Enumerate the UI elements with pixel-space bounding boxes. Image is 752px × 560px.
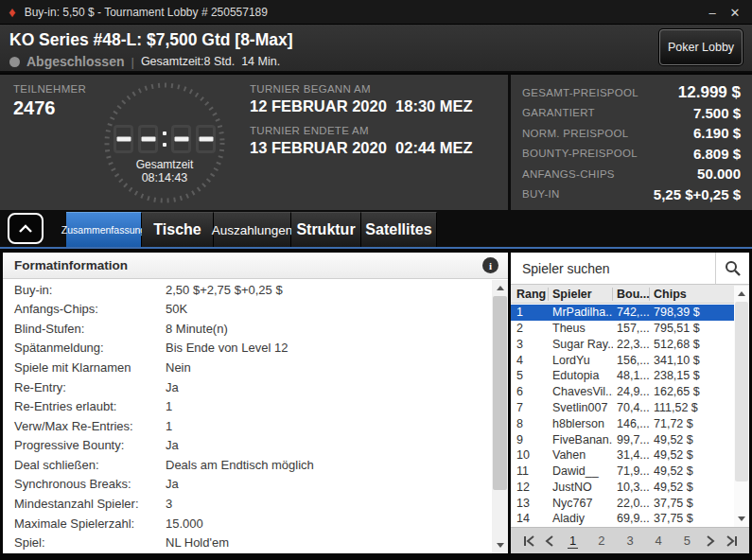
player-name: Edutopia	[549, 369, 613, 382]
status-separator: |	[131, 55, 133, 69]
scroll-down-icon[interactable]	[734, 511, 749, 527]
info-icon[interactable]: i	[482, 257, 498, 273]
format-row-label: Spiele mit Klarnamen	[14, 360, 166, 375]
column-chips[interactable]: Chips	[650, 288, 734, 301]
players-scrollbar[interactable]	[734, 286, 749, 527]
collapse-button[interactable]	[8, 213, 44, 244]
clock-total-time: 08:14:43	[102, 171, 227, 184]
start-date-label: TURNIER BEGANN AM	[250, 83, 473, 95]
minimize-button[interactable]: –	[701, 2, 724, 23]
format-row-label: Spiel:	[14, 535, 166, 550]
player-name: JustNO	[549, 481, 613, 494]
player-search-input[interactable]	[511, 253, 715, 284]
table-row[interactable]: 4 LordYu 156,... 341,10 $	[511, 352, 734, 368]
poker-lobby-button[interactable]: Poker Lobby	[659, 29, 743, 65]
column-spieler[interactable]: Spieler	[549, 288, 613, 301]
search-button[interactable]	[715, 253, 749, 284]
page-number[interactable]: 3	[624, 534, 635, 549]
player-bounty: 48,1...	[613, 369, 650, 382]
format-row: Verw/Max Re-Entries: 1	[14, 416, 492, 436]
page-number[interactable]: 2	[596, 534, 606, 549]
page-number[interactable]: 5	[682, 534, 692, 549]
page-number[interactable]: 4	[654, 534, 664, 549]
scroll-down-icon[interactable]	[492, 537, 508, 553]
table-row[interactable]: 1 MrPadilha... 742,... 798,39 $	[511, 305, 734, 321]
player-name: Nyc767	[549, 497, 613, 510]
format-row: Synchronous Breaks: Ja	[14, 475, 492, 495]
last-page-button[interactable]	[721, 531, 742, 551]
player-rank: 1	[511, 306, 549, 319]
player-rank: 14	[511, 512, 549, 525]
scrollbar-thumb[interactable]	[735, 302, 748, 481]
clock-colon	[163, 131, 166, 147]
status-line: Abgeschlossen | Gesamtzeit:8 Std. 14 Min…	[9, 54, 280, 69]
format-row: Blind-Stufen: 8 Minute(n)	[14, 319, 492, 339]
scrollbar-thumb[interactable]	[493, 296, 507, 490]
player-bounty: 156,...	[613, 354, 650, 367]
tab-auszahlungen[interactable]: Auszahlungen	[214, 212, 291, 247]
player-rank: 2	[511, 322, 549, 335]
tab-satellites[interactable]: Satellites	[361, 212, 437, 247]
column-rank[interactable]: Rang	[511, 288, 549, 301]
player-bounty: 24,9...	[613, 385, 650, 398]
tab-zusammenfassung[interactable]: Zusammenfassung	[66, 212, 142, 247]
title-bar: ♦ Buy-in: 5,50 $ - Tournament Lobby # 25…	[0, 0, 752, 25]
tournament-clock: Gesamtzeit 08:14:43	[102, 80, 227, 205]
format-row-label: Deal schließen:	[14, 458, 166, 472]
table-row[interactable]: 6 ChavesVil... 24,9... 162,65 $	[511, 384, 734, 400]
prev-page-button[interactable]	[539, 531, 560, 551]
player-rank: 12	[511, 481, 549, 494]
next-page-button[interactable]	[700, 531, 721, 551]
clock-digit	[196, 125, 216, 153]
table-row[interactable]: 8 h8blerson 146,... 71,72 $	[511, 415, 734, 431]
scroll-up-icon[interactable]	[492, 280, 508, 296]
stat-label: BUY-IN	[522, 188, 560, 200]
table-row[interactable]: 3 Sugar Ray... 22,3... 512,68 $	[511, 337, 734, 353]
players-table-header: Rang Spieler Bou... Chips	[511, 285, 749, 304]
first-page-button[interactable]	[518, 531, 539, 551]
player-chips: 341,10 $	[650, 354, 734, 367]
window-controls: – ✕	[701, 0, 746, 25]
table-row[interactable]: 10 Vahen 31,4... 49,52 $	[511, 447, 734, 464]
column-bounty[interactable]: Bou...	[613, 288, 650, 301]
stat-label: NORM. PREISPOOL	[522, 128, 629, 139]
page-numbers: 12345	[560, 534, 700, 549]
tab-struktur[interactable]: Struktur	[291, 212, 361, 247]
format-row: Spiel: NL Hold'em	[14, 533, 492, 552]
player-name: Vahen	[549, 448, 613, 462]
player-chips: 37,75 $	[650, 512, 734, 525]
stat-value: 6.809 $	[693, 146, 741, 162]
stat-row: ANFANGS-CHIPS 50.000	[522, 164, 741, 184]
table-row[interactable]: 13 Nyc767 22,0... 37,75 $	[511, 495, 734, 511]
player-bounty: 146,...	[613, 417, 650, 430]
page-number[interactable]: 1	[568, 534, 578, 549]
chevron-left-icon	[544, 534, 555, 548]
format-scrollbar[interactable]	[492, 280, 508, 553]
player-bounty: 22,0...	[613, 497, 650, 510]
table-row[interactable]: 12 JustNO 10,3... 49,52 $	[511, 479, 734, 495]
pagination-bar: 12345	[511, 527, 749, 553]
clock-digit	[171, 125, 191, 153]
player-name: h8blerson	[549, 417, 613, 430]
scroll-up-icon[interactable]	[734, 286, 749, 302]
table-row[interactable]: 14 Aladiy 69,9... 37,75 $	[511, 511, 734, 527]
format-row-value: Ja	[166, 477, 179, 491]
player-name: Dawid__	[549, 464, 613, 478]
search-icon	[725, 260, 741, 276]
close-button[interactable]: ✕	[724, 2, 746, 23]
tournament-title: KO Series #48-L: $7,500 Gtd [8-Max]	[9, 30, 293, 50]
player-chips: 71,72 $	[650, 417, 734, 430]
tabs: Zusammenfassung Tische Auszahlungen Stru…	[66, 212, 437, 247]
table-row[interactable]: 11 Dawid__ 71,9... 49,52 $	[511, 464, 734, 480]
player-bounty: 70,4...	[613, 401, 650, 414]
table-row[interactable]: 9 FiveBanan... 99,7... 49,52 $	[511, 431, 734, 447]
player-rank: 4	[511, 354, 549, 367]
tab-tische[interactable]: Tische	[142, 212, 214, 247]
table-row[interactable]: 7 Svetlin007 70,4... 111,52 $	[511, 400, 734, 416]
table-row[interactable]: 2 Theus 157,... 795,51 $	[511, 321, 734, 337]
table-row[interactable]: 5 Edutopia 48,1... 238,15 $	[511, 368, 734, 384]
last-page-icon	[725, 534, 739, 548]
lobby-header: KO Series #48-L: $7,500 Gtd [8-Max] Abge…	[0, 25, 752, 73]
format-row: Deal schließen: Deals am Endtisch möglic…	[14, 455, 492, 475]
player-chips: 798,39 $	[650, 306, 734, 319]
